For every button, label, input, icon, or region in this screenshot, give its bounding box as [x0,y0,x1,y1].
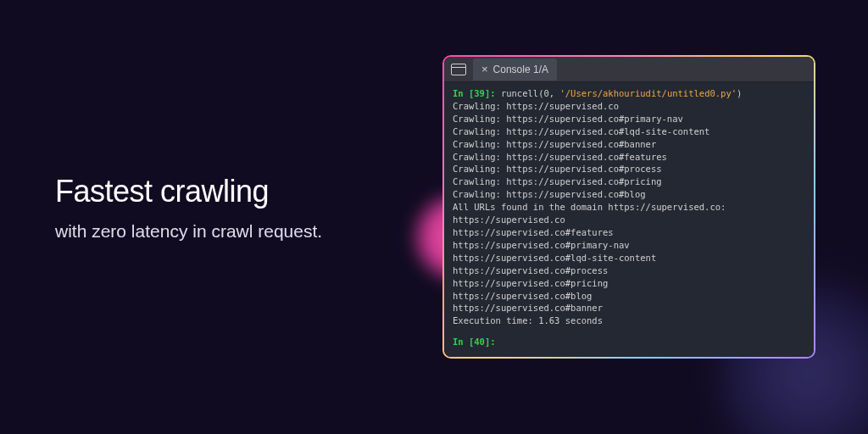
tab-label: Console 1/A [493,64,548,75]
window-icon [451,64,466,75]
cmd-runcell: runcell( [501,88,544,98]
console-titlebar: × Console 1/A [444,57,814,82]
hero-text-block: Fastest crawling with zero latency in cr… [55,174,403,242]
hero-subtitle: with zero latency in crawl request. [55,221,403,242]
in-prompt: In [39]: [453,88,496,98]
close-icon[interactable]: × [481,64,488,75]
output-lines: Crawling: https://supervised.co Crawling… [453,100,805,327]
console-output[interactable]: In [39]: runcell(0, '/Users/akhouriudit/… [444,82,814,357]
in-prompt-next: In [40]: [453,337,496,347]
cmd-path: '/Users/akhouriudit/untitled0.py' [559,88,737,98]
console-tab[interactable]: × Console 1/A [473,58,557,81]
console-window: × Console 1/A In [39]: runcell(0, '/User… [442,55,815,359]
hero-title: Fastest crawling [55,174,403,209]
